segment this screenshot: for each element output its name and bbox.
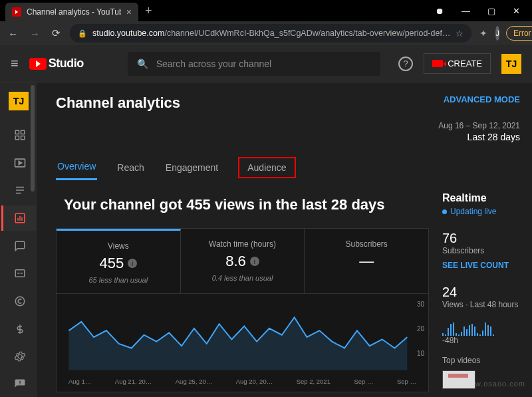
sidebar-subtitles[interactable] [1, 261, 36, 287]
maximize-icon[interactable]: ▢ [487, 6, 495, 16]
date-range-picker[interactable]: Aug 16 – Sep 12, 2021 Last 28 days [56, 121, 532, 142]
tab-title: Channel analytics - YouTube Stu [27, 7, 121, 17]
svg-rect-13 [15, 270, 25, 277]
new-tab-button[interactable]: + [138, 4, 159, 18]
search-icon: 🔍 [137, 59, 148, 69]
error-button[interactable]: Error ⋮ [506, 26, 532, 41]
svg-point-16 [15, 297, 25, 306]
search-input[interactable]: 🔍 Search across your channel [128, 52, 380, 76]
stat-subscribers[interactable]: Subscribers — [305, 229, 428, 293]
views-chart[interactable]: 302010 Aug 1…Aug 21, 20…Aug 25, 20…Aug 2… [56, 294, 429, 392]
sidebar-monetization[interactable] [1, 317, 36, 342]
help-icon[interactable]: ? [398, 57, 413, 71]
youtube-studio-logo[interactable]: Studio [29, 57, 84, 70]
sidebar-copyright[interactable] [1, 289, 36, 314]
bookmark-icon[interactable]: ☆ [456, 29, 464, 39]
url-text: studio.youtube.com/channel/UCdkWmRcI-Bkh… [92, 29, 450, 38]
sidebar-scrollbar[interactable] [31, 85, 35, 192]
svg-rect-12 [21, 217, 23, 221]
address-bar[interactable]: 🔒 studio.youtube.com/channel/UCdkWmRcI-B… [70, 24, 471, 43]
tab-audience[interactable]: Audience [238, 157, 295, 178]
sidebar-channel-avatar[interactable]: TJ [9, 92, 29, 110]
sidebar-analytics[interactable] [1, 205, 36, 231]
sparkline-label: -48h [442, 336, 525, 345]
advanced-mode-link[interactable]: ADVANCED MODE [444, 94, 520, 112]
realtime-views-value: 24 [442, 285, 525, 300]
youtube-icon [29, 58, 47, 70]
info-icon: i [128, 259, 137, 268]
back-button[interactable]: ← [5, 28, 21, 39]
browser-profile-avatar[interactable]: J [495, 26, 499, 41]
updating-live-indicator: Updating live [442, 207, 525, 216]
reload-button[interactable]: ⟳ [49, 27, 63, 39]
sidebar-settings[interactable] [1, 344, 36, 370]
minimize-icon[interactable]: — [462, 6, 470, 16]
forward-button[interactable]: → [27, 28, 43, 39]
svg-rect-10 [17, 218, 19, 221]
svg-marker-5 [19, 161, 21, 164]
channel-avatar[interactable]: TJ [501, 54, 521, 74]
stat-watch-time[interactable]: Watch time (hours) 8.6i 0.4 less than us… [181, 229, 305, 293]
tab-reach[interactable]: Reach [116, 156, 145, 180]
close-window-icon[interactable]: ✕ [513, 6, 520, 16]
realtime-subs-label: Subscribers [442, 246, 525, 255]
realtime-subs-value: 76 [442, 231, 525, 246]
search-placeholder: Search across your channel [156, 59, 272, 69]
close-tab-icon[interactable]: × [126, 7, 132, 17]
info-icon: i [250, 257, 259, 266]
record-icon[interactable]: ⏺ [436, 6, 444, 16]
realtime-sparkline [442, 316, 525, 336]
create-video-icon [432, 60, 443, 67]
sidebar-comments[interactable] [1, 233, 36, 259]
lock-icon: 🔒 [78, 29, 87, 38]
sidebar-feedback[interactable] [1, 372, 36, 397]
tab-engagement[interactable]: Engagement [164, 156, 219, 180]
create-button[interactable]: CREATE [424, 53, 491, 74]
page-title: Channel analytics [56, 94, 180, 112]
svg-rect-0 [15, 130, 19, 134]
tab-overview[interactable]: Overview [56, 154, 97, 180]
realtime-title: Realtime [442, 192, 525, 204]
stat-views[interactable]: Views 455i 65 less than usual [57, 229, 181, 293]
logo-text: Studio [49, 57, 84, 70]
see-live-count-link[interactable]: SEE LIVE COUNT [442, 261, 525, 270]
svg-rect-2 [15, 136, 19, 140]
hamburger-menu-icon[interactable]: ≡ [11, 56, 19, 71]
realtime-views-label: Views · Last 48 hours [442, 300, 525, 309]
svg-rect-3 [21, 136, 24, 140]
browser-tab[interactable]: Channel analytics - YouTube Stu × [5, 3, 138, 21]
youtube-favicon [12, 7, 21, 17]
top-video-thumbnail[interactable] [442, 370, 475, 389]
svg-rect-1 [21, 130, 24, 134]
top-videos-heading: Top videos [442, 356, 525, 365]
extensions-icon[interactable]: ✦ [478, 28, 489, 39]
summary-headline: Your channel got 455 views in the last 2… [64, 196, 429, 213]
svg-rect-11 [19, 216, 21, 221]
